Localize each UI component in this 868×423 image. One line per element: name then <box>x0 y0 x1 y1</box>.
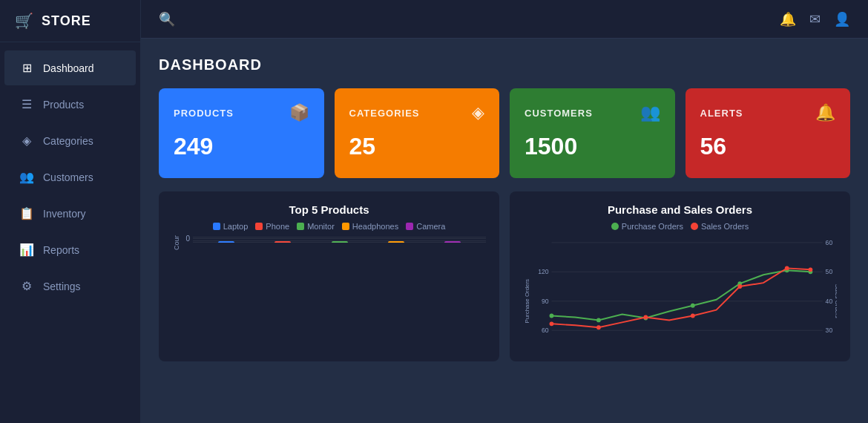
dashboard-icon: ⊞ <box>19 61 34 75</box>
svg-text:Sales Orders: Sales Orders <box>834 284 837 318</box>
svg-point-25 <box>785 266 789 270</box>
svg-text:120: 120 <box>538 268 549 275</box>
top5-chart-area: Count 036912 <box>172 235 486 352</box>
svg-text:50: 50 <box>826 268 833 275</box>
svg-point-22 <box>643 315 648 320</box>
stat-card-categories[interactable]: CATEGORIES ◈ 25 <box>335 88 500 178</box>
nav-label-inventory: Inventory <box>43 208 86 220</box>
svg-text:30: 30 <box>826 327 833 334</box>
stat-cards: PRODUCTS 📦 249 CATEGORIES ◈ 25 CUSTOMERS… <box>159 88 850 178</box>
top5-legend: LaptopPhoneMonitorHeadphonesCamera <box>172 222 486 231</box>
orders-legend-sales-orders: Sales Orders <box>691 222 749 231</box>
nav-label-customers: Customers <box>43 171 93 183</box>
nav-label-reports: Reports <box>43 244 79 256</box>
stat-card-icon-products: 📦 <box>289 103 309 122</box>
legend-camera: Camera <box>406 222 445 231</box>
sidebar-item-products[interactable]: ☰ Products <box>4 87 136 122</box>
legend-monitor: Monitor <box>297 222 335 231</box>
orders-chart-area: 60 90 120 Purchase Orders 30 40 50 60 Sa… <box>523 235 837 352</box>
nav-label-settings: Settings <box>43 281 81 292</box>
stat-card-label-categories: CATEGORIES <box>349 108 420 119</box>
svg-point-26 <box>809 267 813 272</box>
sidebar-item-settings[interactable]: ⚙ Settings <box>4 269 136 304</box>
notification-icon[interactable]: 🔔 <box>780 11 796 27</box>
top5-chart-title: Top 5 Products <box>172 203 486 216</box>
grid-line <box>193 240 486 241</box>
sidebar-item-reports[interactable]: 📊 Reports <box>4 232 136 267</box>
nav-label-dashboard: Dashboard <box>43 62 94 74</box>
app-logo: 🛒 STORE <box>0 0 140 42</box>
stat-card-value-products: 249 <box>174 133 309 160</box>
svg-point-21 <box>596 325 601 329</box>
search-icon: 🔍 <box>159 11 175 27</box>
orders-legend: Purchase OrdersSales Orders <box>523 222 837 231</box>
svg-text:Purchase Orders: Purchase Orders <box>524 279 530 324</box>
svg-point-14 <box>596 318 601 322</box>
reports-icon: 📊 <box>19 243 34 257</box>
orders-legend-purchase-orders: Purchase Orders <box>611 222 683 231</box>
svg-point-20 <box>550 321 554 326</box>
topbar-icons: 🔔 ✉ 👤 <box>780 11 850 27</box>
svg-text:60: 60 <box>542 327 549 334</box>
sidebar-item-customers[interactable]: 👥 Customers <box>4 160 136 194</box>
customers-icon: 👥 <box>19 170 34 184</box>
top5-chart-card: Top 5 Products LaptopPhoneMonitorHeadpho… <box>159 191 499 361</box>
products-icon: ☰ <box>19 97 34 111</box>
stat-card-label-products: PRODUCTS <box>174 108 234 119</box>
stat-card-customers[interactable]: CUSTOMERS 👥 1500 <box>510 88 675 178</box>
stat-card-icon-categories: ◈ <box>472 103 484 122</box>
sidebar-item-categories[interactable]: ◈ Categories <box>4 123 136 158</box>
main-area: 🔍 🔔 ✉ 👤 DASHBOARD PRODUCTS 📦 249 CATEGOR… <box>141 0 868 423</box>
cart-icon: 🛒 <box>15 12 34 30</box>
stat-card-header-customers: CUSTOMERS 👥 <box>525 103 660 122</box>
sidebar-item-dashboard[interactable]: ⊞ Dashboard <box>4 50 136 85</box>
orders-chart-title: Purchase and Sales Orders <box>523 203 837 216</box>
mail-icon[interactable]: ✉ <box>809 11 821 27</box>
svg-point-24 <box>737 284 742 289</box>
stat-card-label-alerts: ALERTS <box>700 108 743 119</box>
sidebar-nav: ⊞ Dashboard ☰ Products ◈ Categories 👥 Cu… <box>0 42 140 304</box>
stat-card-value-customers: 1500 <box>525 133 660 160</box>
svg-point-23 <box>691 314 695 318</box>
stat-card-products[interactable]: PRODUCTS 📦 249 <box>159 88 324 178</box>
legend-laptop: Laptop <box>213 222 249 231</box>
grid-line <box>193 237 486 237</box>
app-name: STORE <box>42 13 91 29</box>
stat-card-header-alerts: ALERTS 🔔 <box>700 103 836 122</box>
stat-card-header-categories: CATEGORIES ◈ <box>349 103 485 122</box>
orders-chart-card: Purchase and Sales Orders Purchase Order… <box>510 191 850 361</box>
user-icon[interactable]: 👤 <box>834 11 850 27</box>
nav-label-categories: Categories <box>43 135 93 147</box>
svg-text:90: 90 <box>542 298 549 305</box>
main-content: DASHBOARD PRODUCTS 📦 249 CATEGORIES ◈ 25… <box>141 39 868 423</box>
nav-label-products: Products <box>43 99 84 111</box>
settings-icon: ⚙ <box>19 279 34 293</box>
svg-point-16 <box>691 304 695 308</box>
topbar: 🔍 🔔 ✉ 👤 <box>141 0 868 39</box>
sidebar-item-inventory[interactable]: 📋 Inventory <box>4 196 136 231</box>
stat-card-icon-customers: 👥 <box>640 103 660 122</box>
page-title: DASHBOARD <box>159 56 850 73</box>
stat-card-value-alerts: 56 <box>700 133 836 160</box>
y-axis-label: 0 <box>172 235 193 243</box>
stat-card-label-customers: CUSTOMERS <box>525 108 593 119</box>
svg-text:40: 40 <box>826 298 833 305</box>
grid-line <box>193 242 486 243</box>
legend-phone: Phone <box>255 222 289 231</box>
stat-card-header-products: PRODUCTS 📦 <box>174 103 309 122</box>
svg-point-13 <box>550 314 554 318</box>
stat-card-alerts[interactable]: ALERTS 🔔 56 <box>685 88 851 178</box>
grid-line <box>193 238 486 239</box>
search-button[interactable]: 🔍 <box>159 11 175 27</box>
stat-card-value-categories: 25 <box>349 133 485 160</box>
categories-icon: ◈ <box>19 134 34 148</box>
svg-text:60: 60 <box>826 239 833 246</box>
charts-row: Top 5 Products LaptopPhoneMonitorHeadpho… <box>159 191 850 361</box>
stat-card-icon-alerts: 🔔 <box>815 103 835 122</box>
legend-headphones: Headphones <box>342 222 398 231</box>
sidebar: 🛒 STORE ⊞ Dashboard ☰ Products ◈ Categor… <box>0 0 141 423</box>
inventory-icon: 📋 <box>19 206 34 220</box>
